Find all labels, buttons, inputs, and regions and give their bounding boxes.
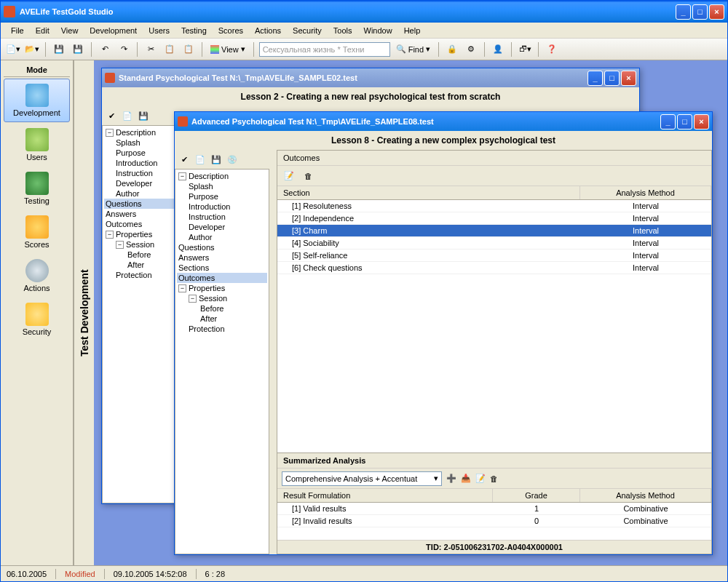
outcome-row[interactable]: [3] CharmInterval <box>277 225 711 237</box>
tree-questions[interactable]: Questions <box>177 242 267 252</box>
menu-help[interactable]: Help <box>400 25 425 36</box>
analysis-combo[interactable]: Comprehensive Analysis + Accentuat▾ <box>282 471 442 486</box>
tool1-button[interactable]: 🔒 <box>444 41 460 57</box>
doc-icon[interactable]: 📄 <box>121 109 134 122</box>
mode-scores[interactable]: Scores <box>4 211 70 253</box>
menu-tools[interactable]: Tools <box>329 25 357 36</box>
copy-button[interactable]: 📋 <box>162 41 178 57</box>
tree-developer[interactable]: Developer <box>177 222 267 232</box>
tree-sections[interactable]: Sections <box>177 263 267 273</box>
window2-minimize-button[interactable]: _ <box>660 114 676 129</box>
check-icon[interactable]: ✔ <box>105 109 118 122</box>
delete-icon[interactable]: 🗑 <box>490 474 498 483</box>
edit-icon[interactable]: 📝 <box>475 474 486 483</box>
col-section[interactable]: Section <box>277 186 580 199</box>
window1-titlebar[interactable]: Standard Psychological Test N:\_Tmp\AVEL… <box>102 68 639 87</box>
expander-icon[interactable]: − <box>178 172 186 180</box>
outcome-row[interactable]: [1] ResolutenessInterval <box>277 200 711 212</box>
expander-icon[interactable]: − <box>178 284 186 292</box>
col-method[interactable]: Analysis Method <box>580 489 711 502</box>
view-dropdown[interactable]: View ▾ <box>207 43 248 55</box>
expander-icon[interactable]: − <box>116 241 124 249</box>
mode-testing[interactable]: Testing <box>4 167 70 210</box>
tree-session[interactable]: −Session <box>177 293 267 303</box>
maximize-button[interactable]: □ <box>692 4 708 20</box>
menu-window[interactable]: Window <box>360 25 397 36</box>
menu-view[interactable]: View <box>57 25 83 36</box>
menu-security[interactable]: Security <box>288 25 326 36</box>
add-icon[interactable]: ➕ <box>446 474 456 483</box>
main-titlebar[interactable]: AVELife TestGold Studio _ □ × <box>1 1 727 23</box>
window1-minimize-button[interactable]: _ <box>587 71 603 86</box>
menu-file[interactable]: File <box>7 25 28 36</box>
tree-before[interactable]: Before <box>177 303 267 314</box>
outcome-row[interactable]: [2] IndependenceInterval <box>277 212 711 225</box>
menu-users[interactable]: Users <box>144 25 174 36</box>
redo-button[interactable]: ↷ <box>116 41 132 57</box>
disk-icon[interactable]: 💿 <box>226 153 239 166</box>
outcome-row[interactable]: [4] SociabilityInterval <box>277 237 711 250</box>
new-button[interactable]: 📄▾ <box>5 41 21 57</box>
mode-users[interactable]: Users <box>4 124 70 166</box>
save-icon[interactable]: 💾 <box>137 109 150 122</box>
cut-button[interactable]: ✂ <box>143 41 159 57</box>
close-button[interactable]: × <box>709 4 724 20</box>
tree-after[interactable]: After <box>177 314 267 324</box>
summary-grid: Result Formulation Grade Analysis Method… <box>277 489 711 540</box>
undo-button[interactable]: ↶ <box>97 41 113 57</box>
edit-icon[interactable]: 📝 <box>282 169 296 183</box>
tree-properties[interactable]: −Properties <box>177 283 267 293</box>
paste-button[interactable]: 📋 <box>181 41 197 57</box>
open-button[interactable]: 📂▾ <box>24 41 40 57</box>
menu-development[interactable]: Development <box>85 25 141 36</box>
expander-icon[interactable]: − <box>106 129 114 137</box>
tree-answers[interactable]: Answers <box>177 252 267 263</box>
window-sample08[interactable]: Advanced Psychological Test N:\_Tmp\AVEL… <box>174 111 713 555</box>
col-method[interactable]: Analysis Method <box>580 186 711 199</box>
search-input[interactable]: Сексуальная жизнь * Техни <box>259 42 390 57</box>
menu-testing[interactable]: Testing <box>177 25 211 36</box>
window1-maximize-button[interactable]: □ <box>604 71 620 86</box>
summary-row[interactable]: [2] Invalid results0Combinative <box>277 515 711 527</box>
save-icon[interactable]: 💾 <box>210 153 223 166</box>
mode-security[interactable]: Security <box>4 298 70 340</box>
menu-edit[interactable]: Edit <box>31 25 54 36</box>
window2-close-button[interactable]: × <box>694 114 709 129</box>
menu-actions[interactable]: Actions <box>250 25 285 36</box>
tree-outcomes[interactable]: Outcomes <box>177 273 267 283</box>
find-button[interactable]: 🔍 Find ▾ <box>393 43 433 55</box>
tree-author[interactable]: Author <box>177 232 267 242</box>
tool2-button[interactable]: ⚙ <box>463 41 479 57</box>
menu-scores[interactable]: Scores <box>214 25 248 36</box>
add2-icon[interactable]: 📥 <box>461 474 471 483</box>
window1-close-button[interactable]: × <box>621 71 636 86</box>
save-all-button[interactable]: 💾 <box>70 41 86 57</box>
col-formulation[interactable]: Result Formulation <box>277 489 493 502</box>
expander-icon[interactable]: − <box>189 295 197 303</box>
tree-purpose[interactable]: Purpose <box>177 191 267 202</box>
window2-titlebar[interactable]: Advanced Psychological Test N:\_Tmp\AVEL… <box>175 112 712 131</box>
check-icon[interactable]: ✔ <box>178 153 191 166</box>
tree-protection[interactable]: Protection <box>177 324 267 334</box>
expander-icon[interactable]: − <box>106 231 114 239</box>
mode-development[interactable]: Development <box>4 79 70 122</box>
outcome-row[interactable]: [5] Self-relianceInterval <box>277 250 711 262</box>
tree-introduction[interactable]: Introduction <box>177 202 267 212</box>
help-button[interactable]: ❓ <box>544 41 560 57</box>
minimize-button[interactable]: _ <box>676 4 691 20</box>
windows-button[interactable]: 🗗▾ <box>517 41 533 57</box>
outcome-row[interactable]: [6] Check questionsInterval <box>277 262 711 274</box>
save-button[interactable]: 💾 <box>51 41 67 57</box>
user-button[interactable]: 👤 <box>490 41 506 57</box>
window2-maximize-button[interactable]: □ <box>677 114 692 129</box>
tree-splash[interactable]: Splash <box>177 181 267 191</box>
tree-instruction[interactable]: Instruction <box>177 212 267 222</box>
summary-row[interactable]: [1] Valid results1Combinative <box>277 503 711 515</box>
window2-tree[interactable]: −Description Splash Purpose Introduction… <box>175 169 269 554</box>
mode-actions[interactable]: Actions <box>4 255 70 297</box>
tree-description[interactable]: −Description <box>177 171 267 181</box>
doc-icon[interactable]: 📄 <box>194 153 207 166</box>
mode-panel: Mode Development Users Testing Scores Ac… <box>1 60 74 565</box>
col-grade[interactable]: Grade <box>493 489 580 502</box>
delete-icon[interactable]: 🗑 <box>301 169 315 183</box>
